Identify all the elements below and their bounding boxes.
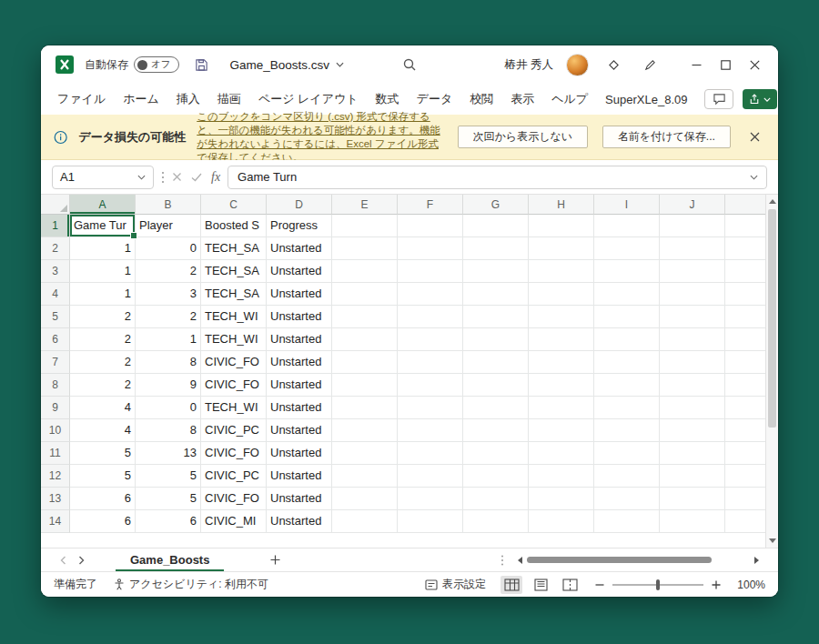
cell-F3[interactable] — [398, 260, 463, 283]
save-icon[interactable] — [190, 53, 214, 76]
enter-icon[interactable] — [191, 173, 202, 182]
ribbon-tab-ホーム[interactable]: ホーム — [123, 91, 159, 107]
cell-J1[interactable] — [660, 215, 725, 237]
document-title-button[interactable]: Game_Boosts.csv — [223, 55, 352, 75]
share-button[interactable] — [743, 89, 777, 109]
cell-A6[interactable]: 2 — [70, 328, 136, 351]
column-header-E[interactable]: E — [332, 195, 398, 215]
cell-J13[interactable] — [660, 488, 725, 510]
cell-G3[interactable] — [463, 260, 529, 283]
cell-J9[interactable] — [660, 397, 725, 419]
cell-D12[interactable]: Unstarted — [267, 465, 332, 488]
cell-G6[interactable] — [463, 328, 529, 351]
minimize-button[interactable] — [682, 51, 711, 78]
row-header-14[interactable]: 14 — [41, 510, 70, 533]
row-header-10[interactable]: 10 — [41, 419, 70, 442]
next-sheet-arrow[interactable] — [72, 548, 90, 571]
cell-E5[interactable] — [332, 306, 398, 328]
cell-G4[interactable] — [463, 283, 529, 306]
cell-H9[interactable] — [529, 397, 594, 419]
cell-C9[interactable]: TECH_WI — [201, 397, 267, 419]
zoom-level[interactable]: 100% — [729, 579, 765, 591]
row-header-6[interactable]: 6 — [41, 328, 70, 351]
cell-E6[interactable] — [332, 328, 398, 351]
cell-C11[interactable]: CIVIC_FO — [201, 442, 267, 465]
cell-A7[interactable]: 2 — [70, 351, 136, 374]
vertical-scrollbar[interactable] — [765, 195, 778, 548]
cell-A11[interactable]: 5 — [70, 442, 136, 465]
cell-E1[interactable] — [332, 215, 398, 237]
cell-J4[interactable] — [660, 283, 725, 306]
cell-G2[interactable] — [463, 237, 529, 260]
row-header-2[interactable]: 2 — [41, 237, 70, 260]
scroll-up-arrow[interactable] — [766, 195, 778, 208]
cell-H5[interactable] — [529, 306, 594, 328]
cell-I12[interactable] — [594, 465, 660, 488]
cell-D5[interactable]: Unstarted — [267, 306, 332, 328]
cell-D9[interactable]: Unstarted — [267, 397, 332, 419]
row-header-11[interactable]: 11 — [41, 442, 70, 465]
horizontal-scrollbar[interactable] — [514, 555, 762, 566]
cell-E13[interactable] — [332, 488, 398, 510]
horizontal-scroll-thumb[interactable] — [527, 557, 712, 563]
cell-I5[interactable] — [594, 306, 660, 328]
cell-A9[interactable]: 4 — [70, 397, 136, 419]
horizontal-scroll-track[interactable] — [525, 555, 751, 566]
cell-B4[interactable]: 3 — [136, 283, 201, 306]
pen-icon[interactable] — [638, 53, 662, 76]
cell-F5[interactable] — [398, 306, 463, 328]
cell-C13[interactable]: CIVIC_FO — [201, 488, 267, 510]
cell-A2[interactable]: 1 — [70, 237, 136, 260]
cell-C6[interactable]: TECH_WI — [201, 328, 267, 351]
cell-B6[interactable]: 1 — [136, 328, 201, 351]
column-header-C[interactable]: C — [201, 195, 267, 215]
insert-function-icon[interactable]: fx — [211, 170, 220, 185]
column-header-B[interactable]: B — [136, 195, 201, 215]
add-sheet-button[interactable] — [264, 548, 286, 571]
cell-F7[interactable] — [398, 351, 463, 374]
cell-E14[interactable] — [332, 510, 398, 533]
cell-A5[interactable]: 2 — [70, 306, 136, 328]
cell-C3[interactable]: TECH_SA — [201, 260, 267, 283]
cell-D8[interactable]: Unstarted — [267, 374, 332, 397]
column-header-A[interactable]: A — [70, 195, 136, 215]
cell-H1[interactable] — [529, 215, 594, 237]
cell-J10[interactable] — [660, 419, 725, 442]
cell-I1[interactable] — [594, 215, 660, 237]
scroll-down-arrow[interactable] — [766, 534, 778, 548]
cell-F10[interactable] — [398, 419, 463, 442]
cell-I14[interactable] — [594, 510, 660, 533]
cell-G12[interactable] — [463, 465, 529, 488]
cell-G13[interactable] — [463, 488, 529, 510]
ribbon-tab-ファイル[interactable]: ファイル — [57, 91, 106, 107]
cell-E9[interactable] — [332, 397, 398, 419]
cell-D6[interactable]: Unstarted — [267, 328, 332, 351]
column-header-D[interactable]: D — [267, 195, 332, 215]
cell-A14[interactable]: 6 — [70, 510, 136, 533]
cell-D2[interactable]: Unstarted — [267, 237, 332, 260]
cell-G9[interactable] — [463, 397, 529, 419]
cell-J7[interactable] — [660, 351, 725, 374]
cell-C5[interactable]: TECH_WI — [201, 306, 267, 328]
cell-E11[interactable] — [332, 442, 398, 465]
row-header-4[interactable]: 4 — [41, 283, 70, 306]
search-icon[interactable] — [396, 52, 423, 77]
cell-E8[interactable] — [332, 374, 398, 397]
cell-H13[interactable] — [529, 488, 594, 510]
cell-C2[interactable]: TECH_SA — [201, 237, 267, 260]
cell-A1[interactable]: Game Tur — [70, 215, 136, 237]
cell-G5[interactable] — [463, 306, 529, 328]
cell-I7[interactable] — [594, 351, 660, 374]
cell-C1[interactable]: Boosted S — [201, 215, 267, 237]
diamond-icon[interactable] — [602, 53, 625, 76]
vertical-scroll-thumb[interactable] — [768, 209, 776, 428]
cell-G1[interactable] — [463, 215, 529, 237]
row-header-12[interactable]: 12 — [41, 465, 70, 488]
cell-A13[interactable]: 6 — [70, 488, 136, 510]
cell-B14[interactable]: 6 — [136, 510, 201, 533]
cell-E10[interactable] — [332, 419, 398, 442]
ribbon-tab-SuperXLe_8.09[interactable]: SuperXLe_8.09 — [605, 93, 687, 106]
cell-G10[interactable] — [463, 419, 529, 442]
cancel-icon[interactable] — [172, 172, 182, 182]
cell-C12[interactable]: CIVIC_PC — [201, 465, 267, 488]
